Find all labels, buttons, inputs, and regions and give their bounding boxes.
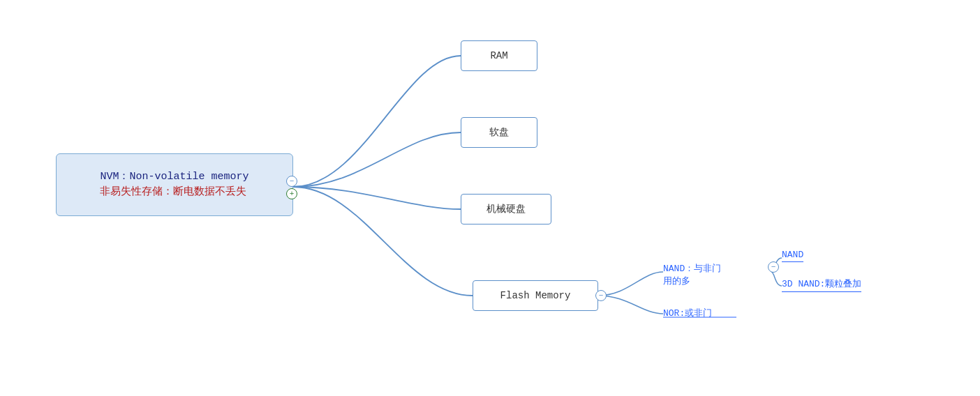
flash-toggle[interactable]: − <box>595 290 607 301</box>
nor-text: NOR:或非门 <box>663 308 712 319</box>
nor-label-node: NOR:或非门 <box>663 307 712 319</box>
root-plus-icon: + <box>290 190 295 198</box>
nand-child-node: NAND <box>782 250 803 262</box>
root-node: NVM：Non-volatile memory 非易失性存储：断电数据不丢失 <box>56 153 293 216</box>
root-plus-toggle[interactable]: + <box>286 188 297 199</box>
hdd-label: 机械硬盘 <box>487 202 526 217</box>
mind-map-canvas: NVM：Non-volatile memory 非易失性存储：断电数据不丢失 −… <box>0 0 980 396</box>
root-line2: 非易失性存储：断电数据不丢失 <box>100 185 248 201</box>
nand-minus-icon: − <box>771 263 776 271</box>
root-line1: NVM：Non-volatile memory <box>100 169 248 185</box>
flash-node: Flash Memory <box>473 280 598 311</box>
nand-child-label: NAND <box>782 250 803 260</box>
3dnand-child-label: 3D NAND:颗粒叠加 <box>782 279 861 289</box>
root-minus-icon: − <box>290 177 295 185</box>
ram-label: RAM <box>490 49 507 63</box>
floppy-label: 软盘 <box>489 125 509 140</box>
hdd-node: 机械硬盘 <box>461 194 551 224</box>
flash-label: Flash Memory <box>500 289 571 303</box>
nand-group-toggle[interactable]: − <box>768 261 779 273</box>
ram-node: RAM <box>461 40 537 71</box>
floppy-node: 软盘 <box>461 117 537 148</box>
nand-text: NAND：与非门用的多 <box>663 264 721 287</box>
root-toggle[interactable]: − <box>286 176 297 187</box>
3dnand-child-node: 3D NAND:颗粒叠加 <box>782 277 861 292</box>
flash-minus-icon: − <box>599 291 604 300</box>
nand-label-node: NAND：与非门用的多 <box>663 262 721 287</box>
